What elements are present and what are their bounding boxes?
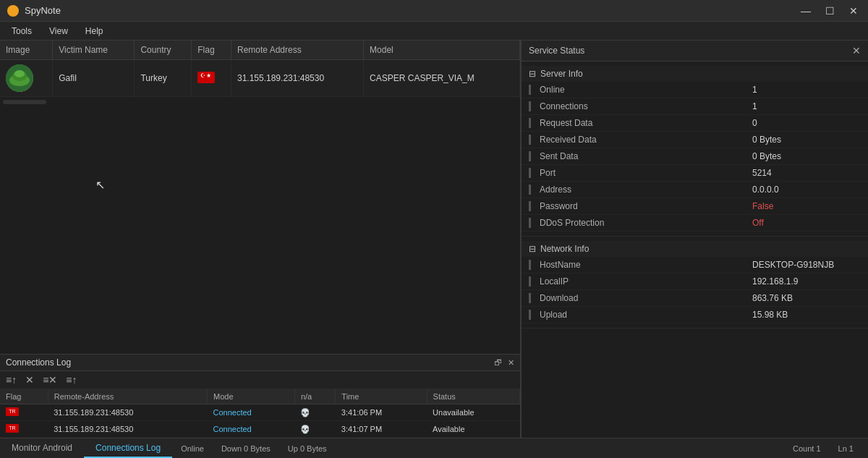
col-remote-address: Remote Address [231, 41, 363, 60]
service-status-header: Service Status ✕ [522, 41, 868, 62]
server-info-row: Received Data 0 Bytes [522, 132, 868, 148]
tab-monitor-android[interactable]: Monitor Android [0, 438, 84, 458]
server-info-section: Server Info Online 1 Connections 1 Reque… [522, 62, 868, 237]
row-indicator [529, 310, 531, 320]
cell-country: Turkey [135, 60, 192, 97]
conn-cell-time: 3:41:06 PM [336, 404, 427, 421]
conn-cell-flag: TR [0, 421, 48, 438]
server-info-header[interactable]: Server Info [522, 66, 868, 82]
close-button[interactable]: ✕ [846, 5, 861, 17]
conn-cell-addr: 31.155.189.231:48530 [48, 404, 207, 421]
row-value: 1 [752, 85, 868, 95]
tab-connections-log[interactable]: Connections Log [84, 438, 172, 458]
row-label: Upload [537, 310, 752, 320]
service-status-title: Service Status [529, 46, 584, 56]
conn-table-row[interactable]: TR 31.155.189.231:48530 Connected 💀 3:41… [0, 421, 520, 438]
row-label: Online [537, 85, 752, 95]
maximize-button[interactable]: ☐ [822, 5, 838, 17]
conn-tool-sort[interactable]: ≡↑ [6, 374, 17, 386]
row-indicator [529, 101, 531, 111]
row-value: 863.76 KB [752, 293, 868, 303]
table-row[interactable]: Gafil Turkey 31.155.189.231:48530 CASPER… [0, 60, 520, 97]
row-label: Port [537, 168, 752, 178]
row-indicator [529, 276, 531, 287]
ln-indicator: Ln 1 [838, 444, 859, 453]
row-value: 192.168.1.9 [752, 276, 868, 287]
conn-log-controls: 🗗 ✕ [494, 358, 514, 368]
horizontal-scrollbar[interactable] [3, 100, 46, 104]
row-label: DDoS Protection [537, 218, 752, 228]
titlebar: SpyNote — ☐ ✕ [0, 0, 868, 22]
server-info-row: Sent Data 0 Bytes [522, 148, 868, 165]
cell-model: CASPER CASPER_VIA_M [364, 60, 520, 97]
row-label: Password [537, 201, 752, 211]
bottom-bar: Monitor Android Connections Log Online D… [0, 438, 868, 458]
col-flag: Flag [192, 41, 231, 60]
victim-tbody: Gafil Turkey 31.155.189.231:48530 CASPER… [0, 60, 520, 97]
network-info-row: Download 863.76 KB [522, 290, 868, 307]
conn-log-title: Connections Log [6, 357, 71, 368]
minimize-button[interactable]: — [798, 5, 814, 17]
server-info-row: Request Data 0 [522, 115, 868, 132]
row-indicator [529, 118, 531, 128]
conn-col-time: Time [336, 389, 427, 404]
connections-log: Connections Log 🗗 ✕ ≡↑ ✕ ≡✕ ≡↑ Flag Remo… [0, 354, 520, 438]
status-count: Count 1 [793, 444, 821, 453]
conn-tool-sort2[interactable]: ≡↑ [66, 374, 77, 386]
victim-table-container: Image Victim Name Country Flag Remote Ad… [0, 41, 520, 354]
conn-cell-status: Available [427, 421, 519, 438]
network-info-row: HostName DESKTOP-G918NJB [522, 257, 868, 273]
conn-cell-na: 💀 [294, 404, 335, 421]
row-label: Connections [537, 101, 752, 111]
menu-view[interactable]: View [42, 25, 75, 38]
conn-table: Flag Remote-Address Mode n/a Time Status… [0, 389, 520, 438]
col-country: Country [135, 41, 192, 60]
row-indicator [529, 201, 531, 211]
conn-log-title-area: Connections Log [6, 357, 71, 368]
row-value: 5214 [752, 168, 868, 178]
close-service-panel-btn[interactable]: ✕ [852, 45, 861, 56]
network-info-row: Upload 15.98 KB [522, 307, 868, 323]
window-controls: — ☐ ✕ [798, 5, 861, 17]
row-indicator [529, 185, 531, 195]
row-label: Address [537, 185, 752, 195]
network-info-rows: HostName DESKTOP-G918NJB LocalIP 192.168… [522, 257, 868, 323]
left-panel: Image Victim Name Country Flag Remote Ad… [0, 41, 521, 438]
svg-point-4 [14, 70, 25, 77]
network-info-section: Network Info HostName DESKTOP-G918NJB Lo… [522, 237, 868, 328]
row-indicator [529, 151, 531, 161]
row-indicator [529, 293, 531, 303]
conn-tool-filter[interactable]: ≡✕ [43, 374, 57, 386]
status-online: Online [181, 444, 204, 453]
row-label: Received Data [537, 135, 752, 145]
conn-restore-btn[interactable]: 🗗 [494, 358, 502, 368]
conn-table-row[interactable]: TR 31.155.189.231:48530 Connected 💀 3:41… [0, 404, 520, 421]
row-label: Download [537, 293, 752, 303]
row-value: 0 Bytes [752, 151, 868, 161]
menubar: Tools View Help [0, 22, 868, 41]
row-indicator [529, 168, 531, 178]
row-indicator [529, 260, 531, 270]
row-value: False [752, 201, 868, 211]
row-value: 0 Bytes [752, 135, 868, 145]
menu-help[interactable]: Help [78, 25, 111, 38]
right-panel: Service Status ✕ Server Info Online 1 Co… [521, 41, 868, 438]
status-down: Down 0 Bytes [221, 444, 271, 453]
row-label: Sent Data [537, 151, 752, 161]
server-info-rows: Online 1 Connections 1 Request Data 0 Re… [522, 82, 868, 232]
network-info-row: LocalIP 192.168.1.9 [522, 273, 868, 290]
conn-col-addr: Remote-Address [48, 389, 207, 404]
victim-avatar [6, 64, 33, 92]
conn-close-btn[interactable]: ✕ [508, 358, 514, 368]
conn-tool-clear[interactable]: ✕ [25, 374, 34, 386]
row-label: LocalIP [537, 276, 752, 287]
svg-marker-0 [10, 7, 16, 14]
network-info-header[interactable]: Network Info [522, 241, 868, 257]
conn-col-status: Status [427, 389, 519, 404]
app-title: SpyNote [25, 5, 61, 16]
menu-tools[interactable]: Tools [4, 25, 39, 38]
row-label: Request Data [537, 118, 752, 128]
conn-tbody: TR 31.155.189.231:48530 Connected 💀 3:41… [0, 404, 520, 438]
row-label: HostName [537, 260, 752, 270]
server-info-row: DDoS Protection Off [522, 215, 868, 232]
